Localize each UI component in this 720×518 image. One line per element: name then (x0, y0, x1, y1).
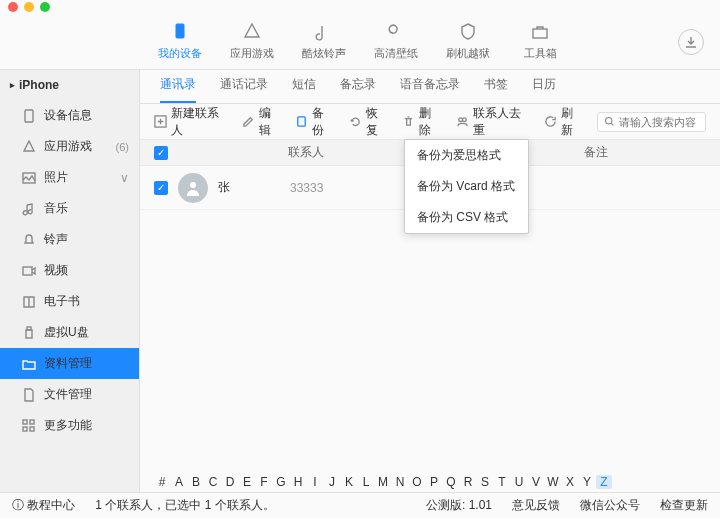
select-all-checkbox[interactable]: ✓ (154, 146, 168, 160)
svg-rect-1 (533, 29, 547, 38)
nav-label: 我的设备 (158, 46, 202, 61)
alpha-L[interactable]: L (358, 475, 374, 489)
alpha-W[interactable]: W (545, 475, 561, 489)
search-icon (604, 116, 615, 127)
svg-rect-5 (26, 330, 32, 338)
alpha-G[interactable]: G (273, 475, 289, 489)
svg-rect-2 (25, 110, 33, 122)
edit-button[interactable]: 编辑 (242, 105, 281, 139)
backup-button[interactable]: 备份 (295, 105, 334, 139)
nav-label: 刷机越狱 (446, 46, 490, 61)
alpha-Z[interactable]: Z (596, 475, 612, 489)
bell-icon (22, 233, 36, 247)
alpha-F[interactable]: F (256, 475, 272, 489)
sidebar-item-udisk[interactable]: 虚拟U盘 (0, 317, 139, 348)
nav-ringtones[interactable]: 酷炫铃声 (288, 22, 360, 61)
alpha-E[interactable]: E (239, 475, 255, 489)
alpha-H[interactable]: H (290, 475, 306, 489)
delete-button[interactable]: 删除 (402, 105, 441, 139)
book-icon (22, 295, 36, 309)
search-box[interactable] (597, 112, 706, 132)
alpha-D[interactable]: D (222, 475, 238, 489)
music-icon (314, 22, 334, 42)
alpha-N[interactable]: N (392, 475, 408, 489)
help-link[interactable]: ⓘ 教程中心 (12, 497, 75, 514)
top-nav: 我的设备 应用游戏 酷炫铃声 高清壁纸 刷机越狱 工具箱 (0, 14, 720, 70)
backup-vcard[interactable]: 备份为 Vcard 格式 (405, 171, 528, 202)
tab-bookmarks[interactable]: 书签 (484, 68, 508, 103)
sidebar-heading[interactable]: ▸iPhone (0, 70, 139, 100)
sidebar-item-ebook[interactable]: 电子书 (0, 286, 139, 317)
file-icon (22, 388, 36, 402)
sidebar-item-video[interactable]: 视频 (0, 255, 139, 286)
svg-point-16 (190, 182, 196, 188)
refresh-button[interactable]: 刷新 (544, 105, 583, 139)
sidebar-item-music[interactable]: 音乐 (0, 193, 139, 224)
alpha-O[interactable]: O (409, 475, 425, 489)
dedupe-button[interactable]: 联系人去重 (456, 105, 530, 139)
max-dot[interactable] (40, 2, 50, 12)
sidebar-item-more[interactable]: 更多功能 (0, 410, 139, 441)
nav-wallpapers[interactable]: 高清壁纸 (360, 22, 432, 61)
alpha-X[interactable]: X (562, 475, 578, 489)
restore-button[interactable]: 恢复 (349, 105, 388, 139)
sidebar-item-files[interactable]: 文件管理 (0, 379, 139, 410)
alpha-S[interactable]: S (477, 475, 493, 489)
alpha-C[interactable]: C (205, 475, 221, 489)
status-text: 1 个联系人，已选中 1 个联系人。 (95, 497, 274, 514)
alpha-Q[interactable]: Q (443, 475, 459, 489)
nav-toolbox[interactable]: 工具箱 (504, 22, 576, 61)
alpha-A[interactable]: A (171, 475, 187, 489)
sidebar-item-data[interactable]: 资料管理 (0, 348, 139, 379)
info-icon (22, 109, 36, 123)
backup-aisi[interactable]: 备份为爱思格式 (405, 140, 528, 171)
alpha-B[interactable]: B (188, 475, 204, 489)
usb-icon (22, 326, 36, 340)
alpha-T[interactable]: T (494, 475, 510, 489)
nav-my-device[interactable]: 我的设备 (144, 22, 216, 61)
alpha-I[interactable]: I (307, 475, 323, 489)
tab-notes[interactable]: 备忘录 (340, 68, 376, 103)
sidebar-item-deviceinfo[interactable]: 设备信息 (0, 100, 139, 131)
wechat-link[interactable]: 微信公众号 (580, 497, 640, 514)
tab-sms[interactable]: 短信 (292, 68, 316, 103)
search-input[interactable] (619, 116, 699, 128)
alpha-P[interactable]: P (426, 475, 442, 489)
svg-rect-12 (298, 117, 305, 126)
clover-icon (386, 22, 406, 42)
backup-dropdown: 备份为爱思格式 备份为 Vcard 格式 备份为 CSV 格式 (404, 139, 529, 234)
footer: ⓘ 教程中心 1 个联系人，已选中 1 个联系人。 公测版: 1.01 意见反馈… (0, 492, 720, 518)
row-checkbox[interactable]: ✓ (154, 181, 168, 195)
download-button[interactable] (678, 29, 704, 55)
alpha-Y[interactable]: Y (579, 475, 595, 489)
sidebar-item-photos[interactable]: 照片∨ (0, 162, 139, 193)
tab-voicememo[interactable]: 语音备忘录 (400, 68, 460, 103)
shield-icon (458, 22, 478, 42)
contact-name: 张 (218, 179, 230, 196)
sidebar-item-apps[interactable]: 应用游戏(6) (0, 131, 139, 162)
main-panel: 通讯录 通话记录 短信 备忘录 语音备忘录 书签 日历 新建联系人 编辑 备份 … (140, 70, 720, 492)
alpha-index[interactable]: #ABCDEFGHIJKLMNOPQRSTUVWXYZ (140, 472, 720, 492)
device-icon (170, 22, 190, 42)
update-link[interactable]: 检查更新 (660, 497, 708, 514)
min-dot[interactable] (24, 2, 34, 12)
alpha-U[interactable]: U (511, 475, 527, 489)
window-controls (0, 0, 720, 14)
folder-icon (22, 357, 36, 371)
alpha-M[interactable]: M (375, 475, 391, 489)
sidebar-item-ringtone[interactable]: 铃声 (0, 224, 139, 255)
alpha-J[interactable]: J (324, 475, 340, 489)
tab-contacts[interactable]: 通讯录 (160, 68, 196, 103)
tab-calendar[interactable]: 日历 (532, 68, 556, 103)
alpha-K[interactable]: K (341, 475, 357, 489)
alpha-V[interactable]: V (528, 475, 544, 489)
feedback-link[interactable]: 意见反馈 (512, 497, 560, 514)
close-dot[interactable] (8, 2, 18, 12)
alpha-#[interactable]: # (154, 475, 170, 489)
new-contact-button[interactable]: 新建联系人 (154, 105, 228, 139)
nav-apps[interactable]: 应用游戏 (216, 22, 288, 61)
backup-csv[interactable]: 备份为 CSV 格式 (405, 202, 528, 233)
tab-calls[interactable]: 通话记录 (220, 68, 268, 103)
alpha-R[interactable]: R (460, 475, 476, 489)
nav-jailbreak[interactable]: 刷机越狱 (432, 22, 504, 61)
